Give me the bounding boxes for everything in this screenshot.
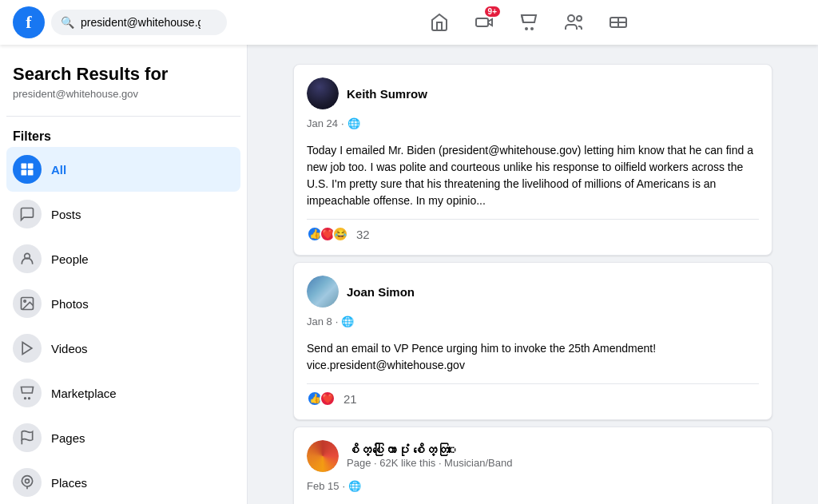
reaction-icons: 👍 ❤️ 😂 (307, 226, 348, 242)
search-icon: 🔍 (61, 16, 74, 29)
post-author-name: စိတ္ပါကြောပုံ စိတ္တေြးး (347, 443, 512, 457)
filter-places-icon (13, 468, 42, 497)
search-box[interactable]: 🔍 (51, 10, 227, 35)
svg-point-4 (577, 16, 582, 21)
search-input[interactable] (81, 16, 201, 29)
filter-pages-label: Pages (51, 431, 85, 445)
post-card: စိတ္ပါကြောပုံ စိတ္တေြးး Page · 62K like … (293, 427, 772, 504)
filter-posts-icon (13, 200, 42, 228)
filter-people-label: People (51, 252, 89, 266)
post-header: Joan Simon (307, 276, 759, 308)
post-header: Keith Sumrow (307, 77, 759, 109)
post-date: Feb 15 (307, 480, 339, 492)
video-nav-icon[interactable]: 9+ (465, 3, 503, 42)
svg-point-17 (29, 398, 30, 399)
filters-section-title: Filters (6, 123, 240, 147)
sidebar: Search Results for president@whitehouse.… (0, 45, 248, 504)
love-reaction-icon: ❤️ (320, 391, 336, 407)
filter-people-icon (13, 244, 42, 273)
post-author-info: Joan Simon (347, 285, 415, 299)
filter-videos[interactable]: Videos (6, 326, 240, 371)
filter-photos[interactable]: Photos (6, 281, 240, 326)
friends-nav-icon[interactable] (554, 3, 593, 42)
privacy-globe-icon: · (341, 117, 344, 129)
avatar (307, 440, 339, 472)
marketplace-nav-icon[interactable] (510, 3, 548, 42)
svg-marker-15 (22, 343, 32, 355)
reaction-count: 32 (356, 228, 370, 241)
avatar (307, 77, 339, 109)
privacy-icon: 🌐 (347, 117, 360, 129)
filter-photos-label: Photos (51, 297, 89, 311)
filter-places-label: Places (51, 476, 87, 490)
post-header: စိတ္ပါကြောပုံ စိတ္တေြးး Page · 62K like … (307, 440, 759, 472)
svg-point-1 (526, 28, 527, 30)
filter-pages-icon (13, 423, 42, 452)
filter-photos-icon (13, 289, 42, 318)
post-meta: Jan 8 · 🌐 (307, 315, 759, 327)
filter-posts[interactable]: Posts (6, 192, 240, 236)
main-content: Keith Sumrow Jan 24 · 🌐 Today I emailed … (248, 45, 818, 504)
post-author-name: Joan Simon (347, 285, 415, 299)
post-reactions: 👍 ❤️ 😂 32 (307, 226, 759, 242)
svg-point-14 (24, 300, 26, 303)
svg-rect-9 (28, 164, 34, 169)
svg-point-3 (568, 15, 574, 22)
post-date: Jan 8 (307, 315, 332, 327)
nav-center: 9+ (252, 3, 805, 42)
svg-point-2 (531, 28, 533, 30)
filter-posts-label: Posts (51, 208, 81, 221)
privacy-icon: 🌐 (348, 480, 361, 492)
svg-rect-10 (22, 170, 27, 176)
post-divider (307, 383, 759, 384)
home-nav-icon[interactable] (420, 3, 459, 42)
post-divider (307, 219, 759, 220)
post-body: Today I emailed Mr. Biden (president@whi… (307, 142, 759, 209)
search-query-subtitle: president@whitehouse.gov (6, 88, 240, 109)
filter-videos-icon (13, 334, 42, 363)
page-info: Page · 62K like this · Musician/Band (347, 457, 512, 469)
post-meta: Jan 24 · 🌐 (307, 117, 759, 129)
post-author-name: Keith Sumrow (347, 87, 427, 101)
post-date: Jan 24 (307, 117, 338, 129)
filter-all-icon (13, 155, 42, 184)
filter-all-label: All (51, 163, 66, 177)
svg-rect-0 (476, 18, 488, 26)
top-navigation: f 🔍 9+ (0, 0, 818, 45)
reaction-icons: 👍 ❤️ (307, 391, 336, 407)
post-author-info: Keith Sumrow (347, 87, 427, 101)
privacy-icon: 🌐 (341, 315, 354, 327)
separator: · (336, 315, 339, 327)
filter-videos-label: Videos (51, 342, 88, 355)
notification-badge: 9+ (485, 6, 500, 17)
svg-point-19 (26, 479, 30, 483)
filter-marketplace[interactable]: Marketplace (6, 371, 240, 415)
filter-people[interactable]: People (6, 236, 240, 281)
post-author-info: စိတ္ပါကြောပုံ စိတ္တေြးး Page · 62K like … (347, 443, 512, 469)
post-card: Joan Simon Jan 8 · 🌐 Send an email to VP… (293, 262, 772, 420)
avatar (307, 276, 339, 308)
separator: · (342, 480, 345, 492)
svg-rect-8 (22, 164, 27, 169)
facebook-logo-letter: f (26, 12, 31, 33)
page-title: Search Results for (6, 58, 240, 88)
filter-all[interactable]: All (6, 147, 240, 192)
reaction-count: 21 (343, 392, 357, 406)
gaming-nav-icon[interactable] (599, 3, 637, 42)
search-results-feed: Keith Sumrow Jan 24 · 🌐 Today I emailed … (293, 64, 772, 504)
facebook-logo[interactable]: f (13, 6, 45, 38)
filter-marketplace-icon (13, 379, 42, 407)
filter-pages[interactable]: Pages (6, 415, 240, 460)
sidebar-divider-1 (6, 116, 240, 117)
filter-marketplace-label: Marketplace (51, 387, 117, 400)
post-body: Send an email to VP Pence urging him to … (307, 340, 759, 374)
svg-rect-11 (28, 170, 34, 176)
post-meta: Feb 15 · 🌐 (307, 480, 759, 492)
post-card: Keith Sumrow Jan 24 · 🌐 Today I emailed … (293, 64, 772, 256)
nav-left: f 🔍 (13, 6, 252, 38)
haha-reaction-icon: 😂 (332, 226, 348, 242)
svg-point-16 (25, 398, 26, 399)
post-reactions: 👍 ❤️ 21 (307, 391, 759, 407)
page-layout: Search Results for president@whitehouse.… (0, 45, 818, 504)
filter-places[interactable]: Places (6, 460, 240, 504)
